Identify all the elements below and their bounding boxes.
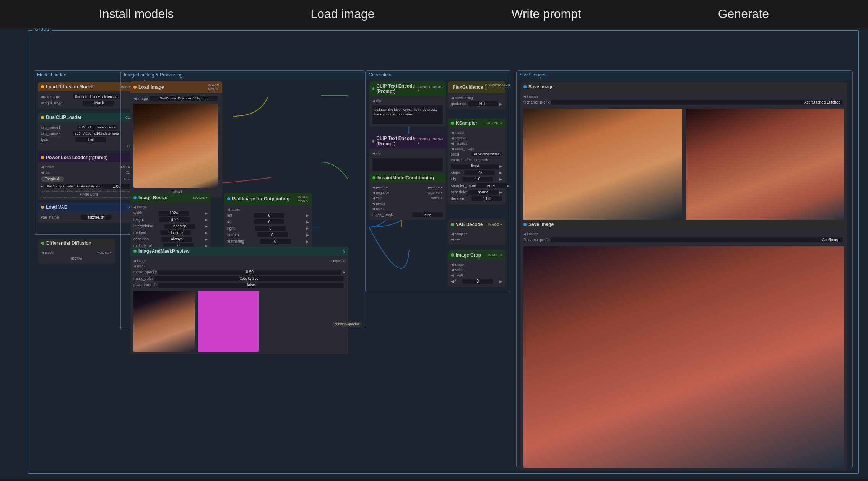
mask-color-value[interactable]: 255, 0, 255 bbox=[154, 276, 344, 281]
width-row: width 1024 ▶ bbox=[133, 210, 208, 216]
node-dot bbox=[523, 85, 527, 88]
node-dot bbox=[133, 250, 137, 253]
inpaint-positive-row: ◀ positive positive ● bbox=[372, 185, 443, 190]
clip-positive-header: CLIP Text Encode (Prompt) CONDITIONING ● bbox=[369, 81, 446, 96]
save-image-1-header: Save Image bbox=[520, 82, 847, 91]
node-dot bbox=[451, 253, 454, 257]
flux-guidance-body: ◀ conditioning guidance 50.0 ▶ bbox=[448, 93, 505, 109]
image-file-value[interactable]: RunComfy_Example_1194.png bbox=[150, 96, 218, 101]
pass-through-row: pass_through false bbox=[133, 282, 345, 288]
clip-in-row: ◀ clip bbox=[372, 98, 443, 104]
model-in-row: ◀ model bbox=[451, 130, 502, 135]
steps-value[interactable]: 20 bbox=[464, 170, 495, 175]
diff-model-out: MODEL ● bbox=[96, 251, 112, 255]
preview-image-row: ◀ image composite bbox=[133, 258, 345, 263]
crop-width-row: ◀ width bbox=[451, 267, 502, 273]
inpaint-header: InpaintModelConditioning bbox=[369, 173, 446, 182]
preview-mask bbox=[198, 291, 259, 352]
weight-dtype-value[interactable]: default bbox=[83, 101, 114, 106]
pad-right[interactable]: 0 bbox=[255, 226, 286, 231]
save2-prefix-value[interactable]: Ace/Image bbox=[551, 237, 843, 242]
preview-mask-row: ◀ mask bbox=[133, 263, 345, 269]
cfg-value[interactable]: 1.0 bbox=[462, 177, 493, 182]
ksampler-body: ◀ model ◀ positive ◀ negative ◀ latent_i… bbox=[448, 128, 505, 204]
vae-name-value[interactable]: flux/ae.sft bbox=[81, 215, 111, 220]
generation-section: Generation CLIP Text Encode (Prompt) CON… bbox=[365, 70, 510, 292]
inpaint-vae-row: ◀ vae latent ● bbox=[372, 195, 443, 201]
mask-opacity-value[interactable]: 0.50 bbox=[158, 270, 341, 275]
noise-mask-value[interactable]: false bbox=[412, 212, 443, 217]
node-dot bbox=[372, 87, 374, 90]
condition-row: condition always ▶ bbox=[133, 236, 208, 242]
crop-x-value[interactable]: 0 bbox=[462, 279, 493, 284]
toggle-ai[interactable]: Toggle AI bbox=[41, 176, 64, 182]
step-2-label: Load image bbox=[310, 7, 374, 21]
neg-in-row: ◀ negative bbox=[451, 141, 502, 146]
clip2-value[interactable]: sd3m/t5xxl_fp16.safetensors bbox=[73, 131, 121, 136]
help-icon[interactable]: ? bbox=[343, 249, 345, 253]
vae-decode-header: VAE Decode IMAGE ● bbox=[448, 220, 505, 229]
pad-bottom[interactable]: 0 bbox=[257, 232, 288, 237]
interp-value[interactable]: nearest bbox=[164, 224, 195, 229]
lora-value[interactable]: Flux/comfyui_portrait_lora64.safetensors bbox=[44, 184, 100, 188]
denoise-value[interactable]: 1.00 bbox=[471, 196, 502, 201]
guidance-value[interactable]: 50.0 bbox=[468, 101, 498, 106]
clip-negative-body: ◀ clip bbox=[369, 148, 446, 173]
save1-images-row: ◀ images bbox=[523, 94, 844, 99]
node-dot bbox=[372, 140, 374, 143]
seed-value[interactable]: 818403832231702 bbox=[471, 152, 502, 156]
cond-output: CONDITIONING ● bbox=[418, 85, 443, 93]
node-dot bbox=[41, 206, 44, 209]
clip1-value[interactable]: sd3m/clip_l.safetensors bbox=[77, 125, 117, 130]
clip-positive-node: CLIP Text Encode (Prompt) CONDITIONING ●… bbox=[369, 81, 446, 127]
latent-in-row: ◀ latent_image bbox=[451, 146, 502, 151]
node-dot bbox=[41, 242, 44, 245]
sampler-row: sampler_name euler ▶ bbox=[451, 182, 502, 189]
pass-through-value[interactable]: false bbox=[158, 283, 344, 288]
save-image-1-body: ◀ images filename_prefix Ace/Stitched/St… bbox=[520, 91, 847, 226]
prompt-negative-text[interactable] bbox=[372, 158, 443, 171]
image-resize-node: Image Resize IMAGE ● ◀ image width 1024 … bbox=[130, 193, 211, 251]
top-header: Install models Load image Write prompt G… bbox=[0, 0, 868, 28]
output-portrait-1 bbox=[523, 109, 682, 223]
resize-image-row: ◀ image bbox=[133, 205, 208, 210]
differential-header: Differential Diffusion bbox=[38, 239, 115, 248]
vae-decode-body: ◀ samples ◀ vae bbox=[448, 229, 505, 244]
output-portrait-2 bbox=[686, 109, 845, 223]
condition-value[interactable]: always bbox=[162, 237, 192, 242]
img-mask-body: ◀ image composite ◀ mask mask_opacity 0.… bbox=[130, 256, 348, 354]
width-value[interactable]: 1024 bbox=[158, 211, 189, 216]
generation-header: Generation bbox=[366, 71, 510, 79]
pad-top[interactable]: 0 bbox=[254, 219, 284, 224]
sampler-value[interactable]: euler bbox=[476, 183, 507, 188]
feathering-value[interactable]: 0 bbox=[260, 239, 291, 244]
method-value[interactable]: fill / crop bbox=[160, 230, 191, 235]
inpaint-pixels-row: ◀ pixels bbox=[372, 201, 443, 206]
control-val-row: fixed ▶ bbox=[451, 163, 502, 169]
composite-label: composite bbox=[330, 259, 345, 263]
unet-value[interactable]: flux/flux1-fill-dev.safetensors bbox=[73, 94, 121, 99]
prompt-positive-text[interactable]: Maintain the face: woman is in red dress… bbox=[372, 105, 443, 124]
inpaint-mask-row: ◀ mask bbox=[372, 206, 443, 211]
image-mask-output: IMAGEMASK bbox=[208, 83, 219, 91]
preview-portrait bbox=[133, 291, 195, 352]
control-after-value[interactable]: fixed bbox=[451, 164, 499, 169]
samples-row: ◀ samples bbox=[451, 231, 502, 237]
inpaint-negative-row: ◀ negative negative ● bbox=[372, 190, 443, 195]
inpaint-cond-node: InpaintModelConditioning ◀ positive posi… bbox=[369, 173, 446, 220]
portrait-preview bbox=[133, 104, 218, 188]
save1-output-images bbox=[523, 109, 844, 223]
img-mask-header: ImageAndMaskPreview ? bbox=[130, 247, 348, 256]
height-value[interactable]: 1024 bbox=[159, 217, 190, 222]
save2-prefix-row: filename_prefix Ace/Image bbox=[523, 237, 844, 243]
pad-left[interactable]: 0 bbox=[254, 213, 284, 218]
save-image-2-header: Save Image bbox=[520, 220, 847, 229]
image-crop-node: Image Crop IMAGE ● ◀ image ◀ width ◀ hei… bbox=[448, 250, 505, 287]
flux-guidance-node: FluxGuidance CONDITIONING ● ◀ conditioni… bbox=[448, 81, 505, 109]
save1-prefix-value[interactable]: Ace/Stitched/Stitched bbox=[551, 100, 843, 105]
node-dot bbox=[523, 223, 527, 226]
mask-opacity-row: mask_opacity 0.50 ▶ bbox=[133, 269, 345, 275]
type-value[interactable]: flux bbox=[75, 137, 106, 142]
image-row: ◀ image RunComfy_Example_1194.png bbox=[133, 95, 219, 101]
scheduler-value[interactable]: normal bbox=[468, 190, 499, 195]
